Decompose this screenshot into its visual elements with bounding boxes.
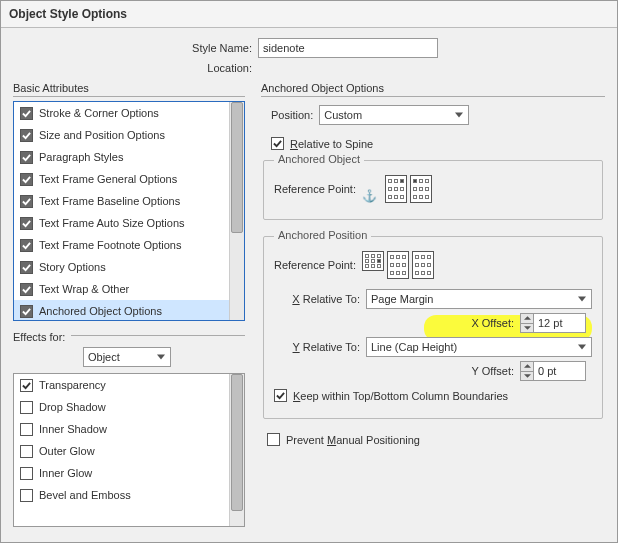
scrollbar[interactable] [229, 374, 244, 526]
list-item[interactable]: Stroke & Corner Options [14, 102, 229, 124]
position-label: Position: [271, 109, 313, 121]
keep-within-label: Keep within Top/Bottom Column Boundaries [293, 390, 508, 402]
effects-for-select[interactable]: Object [83, 347, 171, 367]
scrollbar[interactable] [229, 102, 244, 320]
list-item[interactable]: Text Frame Baseline Options [14, 190, 229, 212]
list-item-label: Bevel and Emboss [39, 489, 131, 501]
list-item[interactable]: Size and Position Options [14, 124, 229, 146]
dialog-title: Object Style Options [1, 1, 617, 28]
effects-list[interactable]: TransparencyDrop ShadowInner ShadowOuter… [13, 373, 245, 527]
y-relative-label: Y Relative To: [274, 341, 360, 353]
reference-point-label-2: Reference Point: [274, 259, 356, 271]
checkbox[interactable] [20, 423, 33, 436]
list-item[interactable]: Inner Shadow [14, 418, 229, 440]
tristate-checkbox[interactable] [20, 261, 33, 274]
list-item[interactable]: Paragraph Styles [14, 146, 229, 168]
tristate-checkbox[interactable] [20, 107, 33, 120]
list-item[interactable]: Text Frame General Options [14, 168, 229, 190]
tristate-checkbox[interactable] [20, 195, 33, 208]
list-item-label: Inner Glow [39, 467, 92, 479]
list-item-label: Anchored Object Options [39, 305, 162, 317]
list-item-label: Text Wrap & Other [39, 283, 129, 295]
list-item-label: Text Frame Baseline Options [39, 195, 180, 207]
anchored-object-legend: Anchored Object [274, 153, 364, 165]
checkbox[interactable] [20, 467, 33, 480]
y-offset-label: Y Offset: [472, 365, 514, 377]
list-item[interactable]: Bevel and Emboss [14, 484, 229, 506]
list-item[interactable]: Anchored Object Options [14, 300, 229, 320]
location-label: Location: [180, 62, 252, 74]
prevent-manual-checkbox[interactable] [267, 433, 280, 446]
reference-point-widget-2[interactable] [362, 251, 434, 279]
relative-to-spine-checkbox[interactable] [271, 137, 284, 150]
list-item[interactable]: Story Options [14, 256, 229, 278]
tristate-checkbox[interactable] [20, 305, 33, 318]
list-item-label: Story Options [39, 261, 106, 273]
anchor-icon: ⚓ [362, 189, 377, 203]
list-item[interactable]: Inner Glow [14, 462, 229, 484]
list-item[interactable]: Transparency [14, 374, 229, 396]
list-item-label: Text Frame Auto Size Options [39, 217, 185, 229]
tristate-checkbox[interactable] [20, 283, 33, 296]
tristate-checkbox[interactable] [20, 129, 33, 142]
reference-point-label-1: Reference Point: [274, 183, 356, 195]
reference-point-widget-1[interactable] [385, 175, 432, 203]
x-offset-label: X Offset: [471, 317, 514, 329]
list-item-label: Transparency [39, 379, 106, 391]
y-relative-select[interactable]: Line (Cap Height) [366, 337, 592, 357]
tristate-checkbox[interactable] [20, 173, 33, 186]
tristate-checkbox[interactable] [20, 239, 33, 252]
keep-within-checkbox[interactable] [274, 389, 287, 402]
style-name-input[interactable] [258, 38, 438, 58]
relative-to-spine-label: Relative to Spine [290, 138, 373, 150]
checkbox[interactable] [20, 401, 33, 414]
x-relative-select[interactable]: Page Margin [366, 289, 592, 309]
prevent-manual-label: Prevent Manual Positioning [286, 434, 420, 446]
tristate-checkbox[interactable] [20, 151, 33, 164]
list-item[interactable]: Text Frame Footnote Options [14, 234, 229, 256]
list-item-label: Text Frame General Options [39, 173, 177, 185]
position-select[interactable]: Custom [319, 105, 469, 125]
y-offset-spinner[interactable]: 0 pt [520, 361, 586, 381]
list-item[interactable]: Outer Glow [14, 440, 229, 462]
list-item-label: Size and Position Options [39, 129, 165, 141]
list-item-label: Paragraph Styles [39, 151, 123, 163]
list-item-label: Text Frame Footnote Options [39, 239, 181, 251]
list-item-label: Inner Shadow [39, 423, 107, 435]
list-item[interactable]: Text Wrap & Other [14, 278, 229, 300]
basic-attributes-list[interactable]: Stroke & Corner OptionsSize and Position… [13, 101, 245, 321]
tristate-checkbox[interactable] [20, 217, 33, 230]
basic-attributes-title: Basic Attributes [13, 82, 245, 94]
checkbox[interactable] [20, 379, 33, 392]
style-name-label: Style Name: [180, 42, 252, 54]
checkbox[interactable] [20, 489, 33, 502]
list-item-label: Drop Shadow [39, 401, 106, 413]
checkbox[interactable] [20, 445, 33, 458]
anchored-position-legend: Anchored Position [274, 229, 371, 241]
effects-for-label: Effects for: [13, 331, 65, 343]
x-relative-label: X Relative To: [274, 293, 360, 305]
list-item[interactable]: Text Frame Auto Size Options [14, 212, 229, 234]
list-item[interactable]: Drop Shadow [14, 396, 229, 418]
x-offset-spinner[interactable]: 12 pt [520, 313, 586, 333]
list-item-label: Stroke & Corner Options [39, 107, 159, 119]
anchored-options-title: Anchored Object Options [261, 82, 605, 94]
list-item-label: Outer Glow [39, 445, 95, 457]
